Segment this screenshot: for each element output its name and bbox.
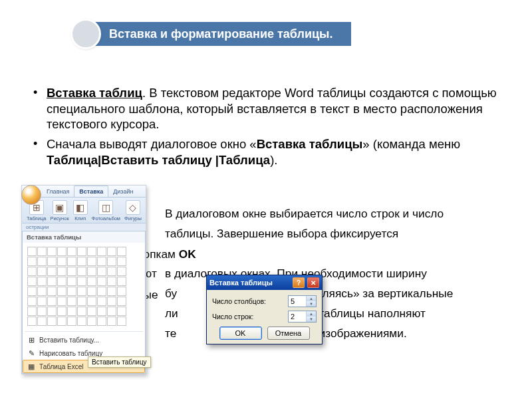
rows-spinner[interactable]: ▲ ▼ [288, 311, 317, 323]
grid-cell[interactable] [77, 297, 86, 306]
grid-cell[interactable] [27, 267, 37, 276]
grid-cell[interactable] [87, 277, 96, 286]
grid-cell[interactable] [77, 317, 86, 326]
grid-cell[interactable] [117, 257, 126, 266]
tab-design[interactable]: Дизайн [108, 186, 138, 197]
grid-cell[interactable] [27, 287, 37, 296]
grid-cell[interactable] [57, 317, 66, 326]
grid-cell[interactable] [37, 297, 47, 306]
grid-cell[interactable] [67, 287, 76, 296]
grid-cell[interactable] [117, 287, 126, 296]
grid-cell[interactable] [37, 267, 47, 276]
office-button[interactable] [21, 185, 41, 205]
menu-insert-table[interactable]: ⊞ Вставить таблицу... [23, 333, 145, 346]
grid-cell[interactable] [37, 317, 47, 326]
rows-up[interactable]: ▲ [307, 311, 316, 317]
grid-cell[interactable] [77, 277, 86, 286]
ribbon-item-clip[interactable]: ◧ Клип [71, 200, 90, 221]
grid-cell[interactable] [97, 287, 106, 296]
grid-cell[interactable] [107, 317, 116, 326]
cols-up[interactable]: ▲ [307, 296, 316, 301]
rows-input[interactable] [289, 311, 306, 322]
grid-cell[interactable] [57, 307, 66, 316]
grid-cell[interactable] [77, 247, 86, 256]
table-size-grid[interactable] [23, 243, 145, 330]
grid-cell[interactable] [47, 317, 57, 326]
grid-cell[interactable] [57, 287, 66, 296]
grid-cell[interactable] [47, 277, 57, 286]
grid-cell[interactable] [27, 297, 37, 306]
grid-cell[interactable] [117, 307, 126, 316]
grid-cell[interactable] [97, 307, 106, 316]
grid-cell[interactable] [87, 307, 96, 316]
grid-cell[interactable] [37, 287, 47, 296]
grid-cell[interactable] [107, 257, 116, 266]
cols-input[interactable] [289, 296, 306, 307]
grid-cell[interactable] [57, 267, 66, 276]
ribbon-item-picture[interactable]: ▣ Рисунок [48, 200, 70, 221]
grid-cell[interactable] [47, 267, 57, 276]
grid-cell[interactable] [27, 247, 37, 256]
grid-cell[interactable] [77, 267, 86, 276]
grid-cell[interactable] [97, 257, 106, 266]
ok-button[interactable]: OK [219, 327, 262, 340]
grid-cell[interactable] [107, 287, 116, 296]
grid-cell[interactable] [107, 307, 116, 316]
grid-cell[interactable] [47, 307, 57, 316]
grid-cell[interactable] [67, 257, 76, 266]
cols-spinner[interactable]: ▲ ▼ [288, 295, 317, 307]
grid-cell[interactable] [37, 247, 47, 256]
grid-cell[interactable] [87, 247, 96, 256]
grid-cell[interactable] [47, 297, 57, 306]
tab-insert[interactable]: Вставка [74, 186, 108, 197]
grid-cell[interactable] [67, 317, 76, 326]
grid-cell[interactable] [97, 267, 106, 276]
grid-cell[interactable] [97, 297, 106, 306]
grid-cell[interactable] [77, 257, 86, 266]
grid-cell[interactable] [27, 317, 37, 326]
grid-cell[interactable] [107, 247, 116, 256]
close-button[interactable]: ✕ [307, 277, 319, 288]
grid-cell[interactable] [97, 317, 106, 326]
grid-cell[interactable] [27, 277, 37, 286]
grid-cell[interactable] [37, 307, 47, 316]
cols-down[interactable]: ▼ [307, 301, 316, 307]
grid-cell[interactable] [67, 297, 76, 306]
help-button[interactable]: ? [293, 277, 305, 288]
grid-cell[interactable] [27, 257, 37, 266]
grid-cell[interactable] [77, 287, 86, 296]
grid-cell[interactable] [87, 317, 96, 326]
rows-down[interactable]: ▼ [307, 317, 316, 322]
grid-cell[interactable] [37, 257, 47, 266]
grid-cell[interactable] [57, 277, 66, 286]
grid-cell[interactable] [77, 307, 86, 316]
grid-cell[interactable] [87, 267, 96, 276]
grid-cell[interactable] [87, 257, 96, 266]
grid-cell[interactable] [97, 247, 106, 256]
ribbon-item-shapes[interactable]: ◇ Фигуры [122, 200, 144, 221]
grid-cell[interactable] [47, 257, 57, 266]
grid-cell[interactable] [117, 277, 126, 286]
grid-cell[interactable] [47, 247, 57, 256]
grid-cell[interactable] [87, 287, 96, 296]
cancel-button[interactable]: Отмена [267, 327, 310, 340]
grid-cell[interactable] [97, 277, 106, 286]
grid-cell[interactable] [67, 267, 76, 276]
ribbon-item-album[interactable]: ◫ Фотоальбом [90, 200, 122, 221]
grid-cell[interactable] [117, 247, 126, 256]
grid-cell[interactable] [67, 277, 76, 286]
grid-cell[interactable] [57, 257, 66, 266]
grid-cell[interactable] [57, 247, 66, 256]
grid-cell[interactable] [107, 297, 116, 306]
grid-cell[interactable] [47, 287, 57, 296]
grid-cell[interactable] [107, 277, 116, 286]
grid-cell[interactable] [27, 307, 37, 316]
grid-cell[interactable] [87, 297, 96, 306]
tab-home[interactable]: Главная [42, 186, 74, 197]
grid-cell[interactable] [107, 267, 116, 276]
grid-cell[interactable] [117, 297, 126, 306]
grid-cell[interactable] [117, 317, 126, 326]
grid-cell[interactable] [67, 307, 76, 316]
grid-cell[interactable] [117, 267, 126, 276]
grid-cell[interactable] [37, 277, 47, 286]
